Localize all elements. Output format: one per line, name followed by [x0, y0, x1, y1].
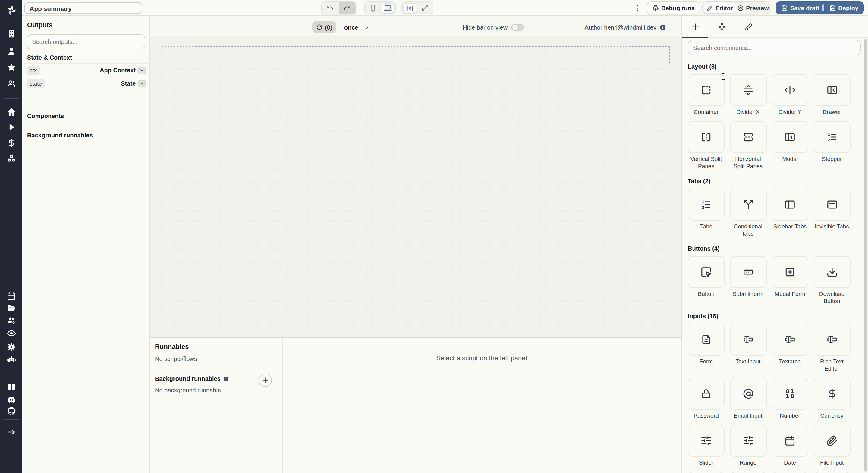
component-card[interactable] [813, 472, 850, 473]
sidebar-item-folder-open[interactable] [6, 303, 16, 313]
component-card[interactable] [730, 74, 767, 106]
component-card[interactable] [730, 425, 767, 457]
sidebar-item-boxes[interactable] [6, 154, 16, 163]
sidebar-item-github[interactable] [6, 406, 16, 416]
component-card[interactable] [813, 323, 850, 355]
hide-bar-toggle[interactable] [511, 24, 524, 30]
component-card[interactable] [730, 189, 767, 221]
runnables-panel: Runnables No scripts/flows Background ru… [150, 338, 681, 473]
component-label: Modal [782, 155, 798, 163]
svg-text:1: 1 [828, 132, 830, 136]
preview-tab[interactable]: Preview [737, 2, 769, 14]
discord-icon [6, 395, 16, 405]
component-card[interactable]: 12 [688, 189, 724, 221]
sliders-icon [742, 435, 754, 446]
component-card[interactable] [772, 378, 808, 410]
component-card[interactable] [772, 74, 808, 106]
add-background-runnable-button[interactable] [258, 374, 272, 387]
sidebar-item-arrow-right[interactable] [6, 427, 16, 437]
components-scrollbar[interactable] [864, 38, 867, 472]
component-card[interactable] [772, 323, 808, 355]
save-icon [829, 4, 836, 11]
component-label: Submit form [733, 290, 764, 298]
component-card[interactable]: 12 [813, 121, 850, 153]
component-card[interactable] [688, 121, 724, 153]
expand-row-button[interactable] [138, 67, 146, 74]
download-icon [826, 266, 838, 278]
brush-icon [744, 23, 752, 30]
sidebar-item-play[interactable] [6, 122, 16, 132]
top-toolbar: Debug runs Editor Preview Save draft Ctr… [22, 0, 868, 16]
component-card[interactable] [688, 472, 724, 473]
sidebar-item-star[interactable] [6, 63, 16, 72]
center-canvas-button[interactable] [403, 3, 417, 13]
component-item-drawer: Drawer [813, 74, 850, 116]
tab-insert-component[interactable] [682, 16, 708, 37]
component-card[interactable] [730, 256, 767, 288]
app-summary-input[interactable] [24, 2, 142, 14]
component-label: Form [700, 358, 713, 365]
runnables-list: Runnables No scripts/flows Background ru… [150, 338, 283, 473]
undo-button[interactable] [322, 2, 339, 14]
sidebar-item-building[interactable] [6, 29, 16, 38]
component-card[interactable] [730, 121, 767, 153]
sidebar-item-user[interactable] [6, 46, 16, 56]
expand-row-button[interactable] [138, 80, 146, 87]
redo-button[interactable] [339, 2, 355, 14]
component-card[interactable] [688, 378, 724, 410]
sidebar-item-calendar[interactable] [6, 291, 16, 301]
desktop-view-button[interactable] [380, 3, 394, 13]
component-label: Range [740, 459, 756, 466]
component-card[interactable] [772, 425, 808, 457]
windmill-logo[interactable] [5, 4, 17, 16]
sidebar-item-users[interactable] [6, 79, 16, 89]
sidebar-item-users-gear[interactable] [6, 316, 16, 325]
refresh-button[interactable]: (0) [312, 21, 336, 33]
schedule-dropdown[interactable]: once [344, 21, 370, 33]
mobile-view-button[interactable] [366, 3, 380, 13]
component-card[interactable] [688, 323, 724, 355]
empty-drop-zone[interactable] [161, 46, 670, 63]
list-ordered-icon: 12 [701, 199, 712, 210]
component-card[interactable] [730, 378, 767, 410]
component-card[interactable] [772, 472, 808, 473]
deploy-button[interactable]: Deploy [824, 1, 864, 14]
component-card[interactable] [730, 323, 767, 355]
sidebar-item-dollar-sign[interactable] [6, 138, 16, 148]
kebab-icon [633, 4, 641, 12]
square-mouse-pointer-icon [701, 266, 712, 278]
component-card[interactable] [813, 74, 850, 106]
component-card[interactable] [772, 121, 808, 153]
component-card[interactable] [730, 472, 767, 473]
search-outputs-input[interactable] [27, 34, 145, 50]
tab-styling[interactable] [735, 16, 761, 37]
component-card[interactable] [813, 378, 850, 410]
component-card[interactable] [772, 256, 808, 288]
component-card[interactable] [813, 189, 850, 221]
sidebar-item-discord[interactable] [6, 395, 16, 405]
app-canvas[interactable]: (0) once Hide bar on view Author henri@w… [150, 16, 681, 338]
author-info: Author henri@windmill.dev [585, 21, 666, 33]
sidebar-item-home[interactable] [6, 107, 16, 117]
search-components-input[interactable] [688, 40, 861, 56]
paperclip-icon [826, 435, 838, 446]
more-menu-button[interactable] [632, 3, 642, 13]
background-runnables-title: Background runnables [155, 375, 221, 382]
sidebar-item-eye[interactable] [6, 328, 16, 338]
component-label: Rich Text Editor [813, 358, 850, 372]
save-draft-label: Save draft [790, 4, 819, 11]
fullwidth-canvas-button[interactable] [418, 3, 432, 13]
component-card[interactable] [772, 189, 808, 221]
debug-runs-button[interactable]: Debug runs [647, 1, 700, 14]
component-card[interactable] [688, 256, 724, 288]
sidebar-item-book-open[interactable] [6, 383, 16, 392]
component-card[interactable] [813, 425, 850, 457]
sidebar-item-bot[interactable] [6, 355, 16, 365]
editor-tab[interactable]: Editor [704, 2, 736, 13]
component-card[interactable] [688, 425, 724, 457]
state-context-title: State & Context [27, 54, 72, 61]
sidebar-item-gear[interactable] [6, 342, 16, 352]
component-card[interactable] [813, 256, 850, 288]
info-icon[interactable] [659, 24, 666, 30]
tab-component-settings[interactable] [708, 16, 735, 37]
